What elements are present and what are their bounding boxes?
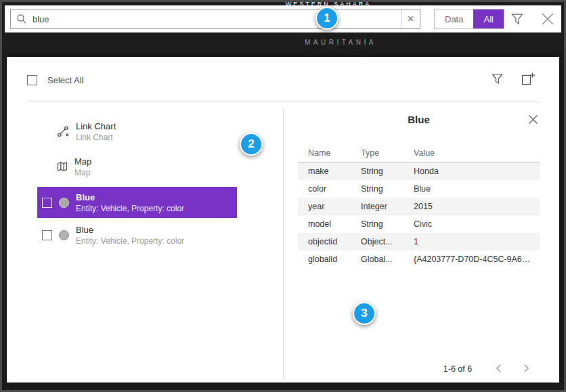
- search-bar: × Data All: [5, 5, 561, 32]
- table-header-row: Name Type Value: [298, 144, 540, 162]
- select-all: Select All: [27, 75, 83, 85]
- result-title: Blue: [76, 192, 184, 202]
- panel-divider: [283, 108, 284, 379]
- filter-icon[interactable]: [511, 13, 523, 25]
- result-item-blue[interactable]: Blue Entity: Vehicle, Property: color: [37, 219, 237, 251]
- search-box: ×: [10, 9, 420, 29]
- result-subtitle: Entity: Vehicle, Property: color: [76, 236, 184, 246]
- table-row: color String Blue: [298, 180, 540, 198]
- table-row: globalid Global... {A4203777-D70D-4C5C-9…: [298, 251, 540, 268]
- scope-data-button[interactable]: Data: [435, 9, 473, 28]
- map-label-mauritania: MAURITANIA: [305, 39, 376, 46]
- search-icon: [16, 14, 27, 24]
- column-header: Type: [361, 148, 414, 158]
- result-title: Blue: [76, 225, 184, 235]
- result-checkbox[interactable]: [42, 198, 52, 208]
- table-row: make String Honda: [298, 162, 540, 180]
- detail-title: Blue: [298, 114, 540, 125]
- add-to-layout-icon[interactable]: [521, 72, 535, 85]
- next-page-button[interactable]: [521, 363, 531, 374]
- result-subtitle: Link Chart: [76, 133, 116, 142]
- annotation-badge-1: 1: [315, 7, 339, 30]
- entity-circle-icon: [59, 198, 69, 208]
- table-row: year Integer 2015: [298, 198, 540, 215]
- result-item-link-chart[interactable]: Link Chart Link Chart: [57, 119, 116, 144]
- result-item-blue-selected[interactable]: Blue Entity: Vehicle, Property: color: [37, 187, 237, 218]
- results-panel: Select All Link Chart Link Chart: [7, 57, 559, 383]
- result-title: Link Chart: [76, 121, 116, 131]
- column-header: Name: [308, 148, 361, 158]
- column-header: Value: [414, 148, 540, 158]
- pagination-label: 1-6 of 6: [424, 364, 492, 374]
- search-input[interactable]: [27, 9, 401, 28]
- result-subtitle: Map: [74, 168, 91, 177]
- result-item-map[interactable]: Map Map: [57, 154, 91, 179]
- map-icon: [57, 161, 68, 172]
- filter-results-icon[interactable]: [492, 73, 503, 85]
- search-scope-toggle: Data All: [434, 9, 504, 29]
- detail-close-icon[interactable]: [528, 114, 538, 125]
- result-title: Map: [74, 156, 91, 167]
- table-row: model String Civic: [298, 215, 540, 233]
- select-all-label: Select All: [47, 75, 83, 85]
- clear-search-button[interactable]: ×: [401, 9, 420, 28]
- table-row: objectid Object... 1: [298, 233, 540, 251]
- properties-table: Name Type Value make String Honda color …: [298, 144, 540, 268]
- header-divider: [27, 102, 539, 102]
- scope-all-button[interactable]: All: [473, 9, 503, 28]
- app-window: WESTERN SAHARA MAURITANIA × Data All Sel…: [0, 0, 566, 392]
- annotation-badge-3: 3: [353, 302, 376, 325]
- result-checkbox[interactable]: [42, 230, 52, 240]
- select-all-checkbox[interactable]: [27, 75, 37, 85]
- prev-page-button[interactable]: [494, 363, 504, 374]
- result-subtitle: Entity: Vehicle, Property: color: [76, 204, 184, 213]
- entity-circle-icon: [59, 230, 69, 240]
- annotation-badge-2: 2: [240, 133, 263, 156]
- link-chart-icon: [57, 125, 69, 137]
- close-button[interactable]: [541, 12, 554, 26]
